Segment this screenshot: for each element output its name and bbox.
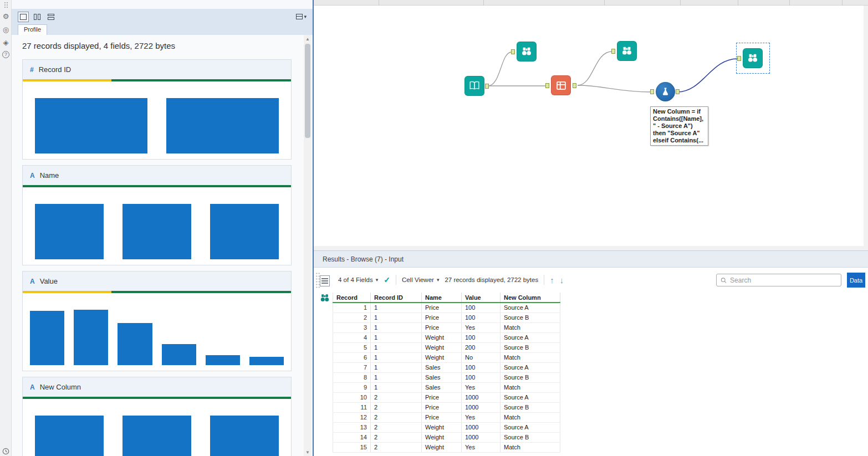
layout-single-pane-button[interactable] (18, 12, 29, 22)
target-icon[interactable]: ◎ (0, 24, 12, 34)
cell[interactable]: 2 (371, 402, 422, 412)
cell[interactable]: Weight (422, 432, 462, 442)
input-data-tool[interactable] (464, 76, 484, 96)
table-row[interactable]: 11Price100Source A (333, 303, 560, 312)
histogram-bar[interactable] (206, 355, 240, 365)
table-row[interactable]: 71Sales100Source A (333, 362, 560, 372)
output-anchor[interactable] (676, 89, 680, 94)
workflow-tab-strip[interactable] (314, 0, 868, 6)
cell[interactable]: Yes (462, 322, 501, 332)
fields-dropdown[interactable]: 4 of 4 Fields ▾ (338, 276, 378, 283)
histogram-bar[interactable] (210, 204, 279, 259)
cell[interactable]: Price (422, 412, 462, 422)
cell[interactable]: 13 (333, 422, 371, 432)
connection-wire[interactable] (578, 52, 612, 85)
browse-tool-2[interactable] (617, 41, 637, 61)
cell[interactable]: 11 (333, 402, 371, 412)
table-row[interactable]: 61WeightNoMatch (333, 352, 560, 362)
cell[interactable]: Weight (422, 442, 462, 452)
cell[interactable]: Weight (422, 352, 462, 362)
data-button[interactable]: Data (847, 273, 865, 288)
field-header[interactable]: # Record ID (23, 60, 291, 79)
field-header[interactable]: A Name (23, 166, 291, 185)
cell[interactable]: 2 (371, 412, 422, 422)
canvas-horizontal-scrollbar[interactable] (314, 246, 868, 250)
cell[interactable]: 100 (462, 312, 501, 322)
table-row[interactable]: 21Price100Source B (333, 312, 560, 322)
histogram-bar[interactable] (118, 323, 152, 365)
cell[interactable]: No (462, 352, 501, 362)
cell[interactable]: Price (422, 322, 462, 332)
column-header[interactable]: Name (422, 293, 462, 303)
cell[interactable]: 1000 (462, 432, 501, 442)
cell[interactable]: Match (501, 412, 560, 422)
cell[interactable]: Sales (422, 362, 462, 372)
histogram-bar[interactable] (166, 98, 279, 153)
cell[interactable]: 10 (333, 392, 371, 402)
cell[interactable]: 2 (333, 312, 371, 322)
column-header[interactable]: New Column (501, 293, 560, 303)
cell[interactable]: Price (422, 303, 462, 312)
gear-icon[interactable]: ⚙ (0, 11, 12, 21)
cell[interactable]: 100 (462, 372, 501, 382)
input-anchor[interactable] (611, 49, 615, 54)
cell[interactable]: Match (501, 352, 560, 362)
layout-two-columns-button[interactable] (32, 12, 43, 22)
cell[interactable]: 1 (371, 352, 422, 362)
cell[interactable]: Weight (422, 422, 462, 432)
table-row[interactable]: 31PriceYesMatch (333, 322, 560, 332)
table-row[interactable]: 122PriceYesMatch (333, 412, 560, 422)
cell[interactable]: 2 (371, 392, 422, 402)
input-anchor[interactable] (511, 49, 515, 54)
cell[interactable]: 1 (333, 303, 371, 312)
cell[interactable]: Source B (501, 402, 560, 412)
rail-drag-handle-icon[interactable] (0, 1, 12, 9)
cell-viewer-dropdown[interactable]: Cell Viewer ▾ (402, 276, 439, 283)
profile-scrollbar[interactable]: ▲ ▼ (304, 35, 312, 456)
cell[interactable]: 5 (333, 342, 371, 352)
formula-tool[interactable] (656, 82, 675, 101)
cell[interactable]: 2 (371, 432, 422, 442)
cell[interactable]: 1000 (462, 422, 501, 432)
table-row[interactable]: 51Weight200Source B (333, 342, 560, 352)
cell[interactable]: Source A (501, 392, 560, 402)
results-search-box[interactable] (716, 274, 841, 286)
table-row[interactable]: 112Price1000Source B (333, 402, 560, 412)
table-row[interactable]: 132Weight1000Source A (333, 422, 560, 432)
histogram-bar[interactable] (74, 310, 108, 365)
tab-profile[interactable]: Profile (18, 24, 47, 35)
cell[interactable]: 4 (333, 332, 371, 342)
cell[interactable]: Source B (501, 312, 560, 322)
connection-wire[interactable] (578, 85, 650, 92)
browse-tool-1[interactable] (517, 42, 537, 62)
cell[interactable]: 1 (371, 382, 422, 392)
histogram-bar[interactable] (122, 204, 191, 259)
cell[interactable]: 1 (371, 332, 422, 342)
cell[interactable]: 1000 (462, 392, 501, 402)
cell[interactable]: 100 (462, 303, 501, 312)
cell[interactable]: 6 (333, 352, 371, 362)
cell[interactable]: 9 (333, 382, 371, 392)
cell[interactable]: Source A (501, 362, 560, 372)
column-header[interactable]: Record (333, 293, 371, 303)
cell[interactable]: Weight (422, 342, 462, 352)
cell[interactable]: 1 (371, 303, 422, 312)
histogram-bar[interactable] (35, 416, 104, 456)
field-header[interactable]: A New Column (23, 377, 291, 397)
cell[interactable]: 100 (462, 362, 501, 372)
cell[interactable]: Yes (462, 442, 501, 452)
cell[interactable]: Match (501, 322, 560, 332)
table-row[interactable]: 81Sales100Source B (333, 372, 560, 382)
cell[interactable]: Match (501, 382, 560, 392)
input-anchor[interactable] (545, 83, 549, 88)
history-clock-icon[interactable] (0, 446, 12, 456)
cell[interactable]: Price (422, 312, 462, 322)
cell[interactable]: Source A (501, 422, 560, 432)
scroll-up-icon[interactable]: ▲ (304, 35, 312, 43)
arrow-down-icon[interactable]: ↓ (560, 275, 564, 285)
cell[interactable]: Source B (501, 432, 560, 442)
cell[interactable]: Source B (501, 342, 560, 352)
scroll-down-icon[interactable]: ▼ (304, 448, 312, 456)
results-config-icon[interactable] (320, 275, 330, 286)
table-row[interactable]: 142Weight1000Source B (333, 432, 560, 442)
